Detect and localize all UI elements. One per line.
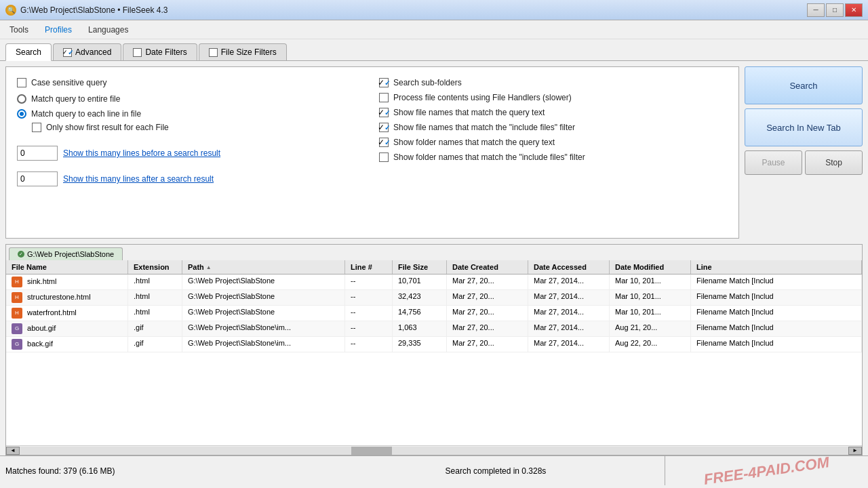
td-filename: G back.gif [6,337,128,352]
results-table-body: H sink.html .html G:\Web Project\SlabSto… [6,274,862,445]
th-line-content[interactable]: Line [691,260,862,274]
pause-button[interactable]: Pause [745,150,802,175]
scroll-left-btn[interactable]: ◄ [6,447,20,455]
date-filters-checkbox[interactable] [133,48,142,57]
td-line-content: Filename Match [Includ [691,321,862,336]
th-modified[interactable]: Date Modified [610,260,691,274]
spinbox1-label[interactable]: Show this many lines before a search res… [63,148,220,158]
show-folder-query-checkbox[interactable]: ✓ [379,138,389,147]
minimize-button[interactable]: ─ [807,3,825,17]
case-sensitive-label: Case sensitive query [31,78,106,87]
match-each-option[interactable]: Match query to each line in file [17,109,366,119]
file-icon: H [12,277,22,287]
first-result-option[interactable]: Only show first result for each File [32,123,366,132]
results-tab-bar: ✓ G:\Web Project\SlabStone [6,245,862,260]
menu-tools[interactable]: Tools [3,23,35,37]
spinbox1-input[interactable] [18,146,58,160]
menu-profiles[interactable]: Profiles [38,23,79,37]
show-include-checkbox[interactable]: ✓ [379,123,389,132]
content-wrapper: Case sensitive query Match query to enti… [0,61,868,485]
td-line: -- [345,337,393,352]
file-handlers-option[interactable]: Process file contents using File Handler… [379,93,728,102]
file-handlers-checkbox[interactable] [379,93,389,102]
results-tab[interactable]: ✓ G:\Web Project\SlabStone [9,247,123,260]
case-sensitive-option[interactable]: Case sensitive query [17,78,366,87]
match-entire-radio[interactable] [17,94,26,104]
table-row[interactable]: H waterfront.html .html G:\Web Project\S… [6,306,862,321]
th-created[interactable]: Date Created [447,260,528,274]
tab-file-size-filters[interactable]: File Size Filters [199,43,287,60]
spinbox2-input[interactable] [18,172,58,186]
table-row[interactable]: H structurestone.html .html G:\Web Proje… [6,290,862,306]
file-size-checkbox[interactable] [209,48,218,57]
show-folder-include-label: Show folder names that match the "includ… [393,152,585,162]
case-sensitive-checkbox[interactable] [17,78,26,87]
search-new-tab-button[interactable]: Search In New Tab [745,108,863,146]
app-icon: 🔍 [5,5,16,16]
table-header: File Name Extension Path ▲ Line # File S… [6,260,862,274]
close-button[interactable]: ✕ [845,3,863,17]
th-line[interactable]: Line # [345,260,393,274]
scroll-right-btn[interactable]: ► [848,447,862,455]
tab-advanced[interactable]: ✓ Advanced [53,43,121,60]
th-size[interactable]: File Size [393,260,447,274]
td-size: 29,335 [393,337,447,352]
tab-search[interactable]: Search [5,43,52,61]
first-result-label: Only show first result for each File [46,123,169,132]
search-subfolders-checkbox[interactable]: ✓ [379,78,389,87]
spinbox1[interactable]: ▲ ▼ [17,146,58,161]
options-left: Case sensitive query Match query to enti… [17,78,366,186]
show-folder-include-option[interactable]: Show folder names that match the "includ… [379,152,728,162]
td-modified: Mar 10, 201... [610,306,691,321]
file-icon: H [12,308,22,319]
td-line: -- [345,274,393,289]
show-include-option[interactable]: ✓ Show file names that match the "includ… [379,123,728,132]
show-filenames-checkbox[interactable]: ✓ [379,108,389,117]
td-accessed: Mar 27, 2014... [528,306,610,321]
th-path[interactable]: Path ▲ [182,260,345,274]
tab-search-label: Search [16,47,41,57]
show-filenames-option[interactable]: ✓ Show file names that match the query t… [379,108,728,117]
tab-advanced-label: Advanced [75,47,111,57]
status-area: Matches found: 379 (6.16 MB) Search comp… [0,455,868,485]
table-row[interactable]: G back.gif .gif G:\Web Project\SlabStone… [6,337,862,352]
top-section: Case sensitive query Match query to enti… [0,61,868,244]
table-row[interactable]: H sink.html .html G:\Web Project\SlabSto… [6,274,862,290]
spinbox2-label[interactable]: Show this many lines after a search resu… [63,174,214,184]
th-accessed[interactable]: Date Accessed [528,260,610,274]
td-filename: H waterfront.html [6,306,128,321]
scroll-thumb[interactable] [351,447,392,455]
th-extension[interactable]: Extension [128,260,182,274]
stop-button[interactable]: Stop [805,150,863,175]
tab-date-filters[interactable]: Date Filters [123,43,197,60]
td-size: 32,423 [393,290,447,305]
sort-icon: ▲ [206,264,212,270]
scroll-track[interactable] [20,447,848,455]
td-accessed: Mar 27, 2014... [528,337,610,352]
window-title: G:\Web Project\SlabStone • FileSeek 4.3 [20,5,167,15]
td-line-content: Filename Match [Includ [691,337,862,352]
file-icon: G [12,323,22,334]
match-each-label: Match query to each line in file [31,109,141,119]
td-created: Mar 27, 20... [447,306,528,321]
options-grid: Case sensitive query Match query to enti… [17,78,728,186]
spinbox2[interactable]: ▲ ▼ [17,171,58,186]
match-entire-option[interactable]: Match query to entire file [17,94,366,104]
match-each-radio[interactable] [17,109,26,119]
file-handlers-label: Process file contents using File Handler… [393,93,572,102]
menu-languages[interactable]: Languages [81,23,135,37]
show-folder-include-checkbox[interactable] [379,152,389,162]
maximize-button[interactable]: □ [826,3,844,17]
first-result-checkbox[interactable] [32,123,41,132]
search-button[interactable]: Search [745,66,863,104]
right-sidebar: Search Search In New Tab Pause Stop [739,61,868,244]
window-controls: ─ □ ✕ [807,3,863,17]
horizontal-scrollbar[interactable]: ◄ ► [6,445,862,455]
advanced-checkbox[interactable]: ✓ [63,48,72,57]
td-line: -- [345,306,393,321]
show-folder-query-option[interactable]: ✓ Show folder names that match the query… [379,138,728,147]
bottom-section: ✓ G:\Web Project\SlabStone File Name Ext… [0,244,868,485]
search-subfolders-option[interactable]: ✓ Search sub-folders [379,78,728,87]
table-row[interactable]: G about.gif .gif G:\Web Project\SlabSton… [6,321,862,337]
th-filename[interactable]: File Name [6,260,128,274]
